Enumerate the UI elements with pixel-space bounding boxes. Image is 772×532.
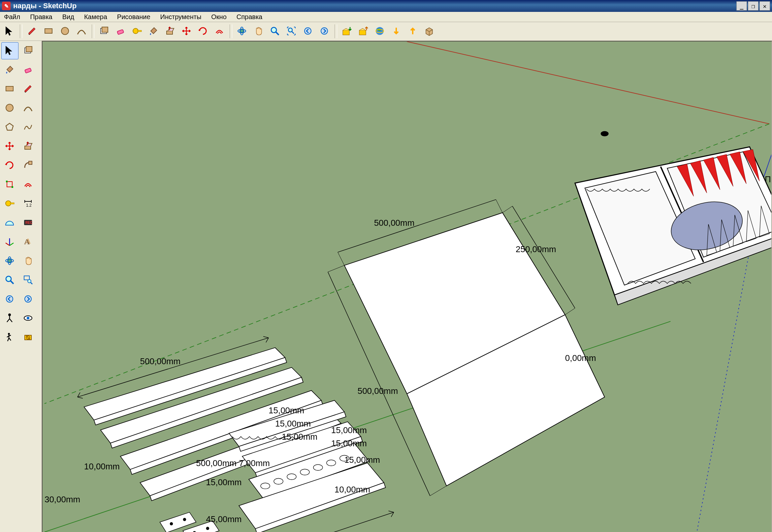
lt-follow-me[interactable] (20, 157, 37, 174)
tool-rotate[interactable] (195, 23, 211, 39)
dim-15-d: 15,00mm (331, 425, 367, 435)
lt-orbit[interactable] (1, 252, 18, 270)
lt-next-view[interactable] (20, 291, 37, 308)
tool-tape-measure[interactable] (129, 23, 145, 39)
tool-3dwarehouse-share[interactable] (356, 23, 371, 39)
tool-push-pull[interactable] (162, 23, 178, 39)
menu-tools[interactable]: Инструменты (158, 13, 204, 21)
minimize-button[interactable]: _ (736, 1, 747, 11)
dim-15-e: 15,00mm (331, 438, 367, 448)
lt-polygon[interactable] (1, 119, 18, 136)
tool-paint-bucket[interactable] (146, 23, 162, 39)
lt-select[interactable] (1, 42, 18, 59)
tool-circle[interactable] (57, 23, 73, 39)
axis-red (407, 42, 770, 124)
lt-previous-view[interactable] (1, 291, 18, 308)
lt-position-camera[interactable] (1, 310, 18, 327)
lt-line[interactable] (20, 80, 37, 98)
menu-camera[interactable]: Камера (82, 13, 109, 21)
menu-window[interactable]: Окно (209, 13, 228, 21)
lt-arc[interactable] (20, 100, 37, 117)
lt-circle[interactable] (1, 100, 18, 117)
tool-offset[interactable] (212, 23, 228, 39)
lt-look-around[interactable] (20, 310, 37, 327)
lt-dimension[interactable] (20, 195, 37, 212)
lt-walk[interactable] (1, 329, 18, 346)
tool-3dwarehouse-get[interactable] (339, 23, 355, 39)
tool-make-component[interactable] (96, 23, 112, 39)
axis-blue (763, 104, 771, 180)
svg-point-105 (170, 522, 172, 525)
tool-next-view[interactable] (317, 23, 333, 39)
lt-tape-measure[interactable] (1, 195, 18, 212)
tool-box[interactable] (422, 23, 437, 39)
maximize-button[interactable]: ❐ (748, 1, 758, 11)
dim-cluster: 500,00mm 7,00mm (196, 458, 270, 468)
menu-edit[interactable]: Правка (28, 13, 54, 21)
lt-protractor[interactable] (1, 214, 18, 231)
tool-google-earth[interactable] (372, 23, 388, 39)
tool-zoom[interactable] (267, 23, 283, 39)
menu-bar: Файл Правка Вид Камера Рисование Инструм… (0, 12, 772, 22)
center-board: 500,00mm 250,00mm 500,00mm 0,00mm (328, 199, 605, 496)
dim-center-500-left: 500,00mm (358, 386, 398, 396)
lt-zoom[interactable] (1, 272, 18, 289)
axis-label-right: Пр (765, 174, 771, 184)
tool-pan[interactable] (251, 23, 267, 39)
lt-rectangle[interactable] (1, 80, 18, 98)
lt-section-plane[interactable] (20, 329, 37, 346)
menu-help[interactable]: Справка (235, 13, 264, 21)
tool-previous-view[interactable] (300, 23, 316, 39)
tool-export-down[interactable] (389, 23, 404, 39)
dim-15-c: 15,00mm (282, 432, 317, 442)
svg-line-58 (565, 308, 575, 315)
lt-scale[interactable] (1, 176, 18, 193)
large-toolset (0, 41, 42, 532)
left-strips: 500,00mm 10,00mm 30,00mm (45, 337, 394, 532)
work-area: 500,00mm 250,00mm 500,00mm 0,00mm (0, 41, 772, 532)
tool-orbit[interactable] (234, 23, 250, 39)
menu-draw[interactable]: Рисование (115, 13, 152, 21)
tool-arc[interactable] (74, 23, 90, 39)
tool-eraser[interactable] (113, 23, 129, 39)
tool-rectangle[interactable] (41, 23, 57, 39)
origin-marker (601, 131, 609, 136)
lt-paint-bucket[interactable] (1, 61, 18, 78)
lt-push-pull[interactable] (20, 138, 37, 155)
tool-export-up[interactable] (405, 23, 421, 39)
lt-eraser[interactable] (20, 61, 37, 78)
lt-move[interactable] (1, 138, 18, 155)
lt-pan[interactable] (20, 252, 37, 270)
backgammon-board (575, 147, 771, 305)
svg-line-60 (328, 265, 344, 272)
dim-center-250: 250,00mm (516, 244, 556, 254)
menu-view[interactable]: Вид (60, 13, 76, 21)
tool-move[interactable] (179, 23, 195, 39)
tool-line[interactable] (24, 23, 40, 39)
dim-15-a: 15,00mm (269, 405, 304, 415)
lt-3d-text[interactable] (20, 233, 37, 251)
menu-file[interactable]: Файл (2, 13, 22, 21)
lt-axes[interactable] (1, 233, 18, 251)
svg-line-55 (496, 199, 502, 213)
tool-zoom-extents[interactable] (284, 23, 300, 39)
dim-10-left: 10,00mm (84, 461, 120, 471)
dim-15-g: 15,00mm (206, 477, 242, 487)
lt-make-component[interactable] (20, 42, 37, 59)
dim-15-f: 15,00mm (344, 455, 380, 465)
lt-rotate[interactable] (1, 157, 18, 174)
dim-15-b: 15,00mm (275, 419, 311, 429)
model-viewport[interactable]: 500,00mm 250,00mm 500,00mm 0,00mm (42, 41, 772, 532)
lt-text-label[interactable] (20, 214, 37, 231)
window-titlebar: ✎ нарды - SketchUp _ ❐ ✕ (0, 0, 772, 12)
main-toolbar (0, 22, 772, 41)
lt-freehand[interactable] (20, 119, 37, 136)
close-button[interactable]: ✕ (759, 1, 770, 11)
tool-select[interactable] (2, 23, 18, 39)
dim-30-left: 30,00mm (45, 494, 80, 504)
dim-center-0: 0,00mm (565, 353, 596, 363)
lt-offset[interactable] (20, 176, 37, 193)
lt-zoom-window[interactable] (20, 272, 37, 289)
dim-45: 45,00mm (206, 514, 242, 524)
dim-center-500-top: 500,00mm (374, 218, 415, 228)
